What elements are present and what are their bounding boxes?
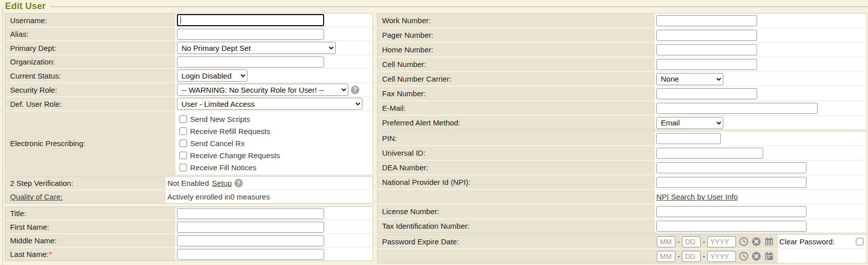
fax-number-input[interactable] xyxy=(656,88,757,99)
checkbox-label: Receive Refill Requests xyxy=(190,127,270,136)
alert-method-select[interactable]: Email xyxy=(656,117,723,129)
table-row: Title: xyxy=(6,207,373,220)
first-name-input[interactable] xyxy=(177,222,324,233)
text-caret xyxy=(180,17,181,24)
home-number-label: Home Number: xyxy=(378,43,655,56)
tax-id-label: Tax Identification Number: xyxy=(378,219,655,233)
alert-method-label: Preferred Alert Method: xyxy=(378,116,655,129)
calendar-icon[interactable] xyxy=(764,251,774,261)
universal-id-input[interactable] xyxy=(656,148,763,159)
send-cancel-rx-checkbox[interactable] xyxy=(179,140,187,147)
checkbox-option: Receive Fill Notices xyxy=(178,161,280,173)
calendar-icon[interactable] xyxy=(764,237,774,246)
npi-input[interactable] xyxy=(656,177,807,188)
alias-input[interactable] xyxy=(177,29,324,40)
primary-dept-label: Primary Dept: xyxy=(6,41,175,54)
universal-id-label: Universal ID: xyxy=(378,146,655,160)
help-icon[interactable]: ? xyxy=(234,179,243,187)
table-row: Home Number: xyxy=(378,43,866,56)
security-role-select[interactable]: -- WARNING: No Security Role for User! -… xyxy=(177,84,348,96)
license-number-input[interactable] xyxy=(656,206,807,217)
npi-label: National Provider Id (NPI): xyxy=(378,175,655,189)
month-input[interactable] xyxy=(657,236,675,247)
table-row: Security Role: -- WARNING: No Security R… xyxy=(6,83,373,96)
tax-id-input[interactable] xyxy=(656,221,807,232)
quality-of-care-value: Actively enrolled in0 measures xyxy=(167,192,270,201)
email-label: E-Mail: xyxy=(378,101,655,115)
two-step-label: 2 Step Verification: xyxy=(6,177,166,189)
title-label: Title: xyxy=(6,207,175,220)
last-name-input[interactable] xyxy=(177,249,324,260)
quality-of-care-link[interactable]: Quality of Care: xyxy=(10,192,63,201)
required-asterisk: * xyxy=(49,250,52,258)
npi-search-link[interactable]: NPI Search by User Info xyxy=(656,192,738,201)
clear-date-icon[interactable] xyxy=(752,251,761,261)
year-input[interactable] xyxy=(707,236,736,247)
table-row: Pager Number: xyxy=(378,28,866,42)
table-row: Current Status: Login Disabled xyxy=(6,69,373,82)
clear-date-icon[interactable] xyxy=(752,237,761,246)
table-row: National Provider Id (NPI): xyxy=(378,175,866,189)
send-new-scripts-checkbox[interactable] xyxy=(179,115,187,123)
clock-icon[interactable] xyxy=(739,251,749,261)
table-row: Universal ID: xyxy=(378,146,866,160)
table-row: Work Number: xyxy=(378,14,866,27)
work-number-input[interactable] xyxy=(656,15,757,26)
email-input[interactable] xyxy=(656,103,818,114)
verification-table: 2 Step Verification: Not Enabled Setup ?… xyxy=(5,176,373,204)
table-row: E-Mail: xyxy=(378,101,866,115)
legend-rule xyxy=(50,7,868,7)
table-row: Primary Dept: No Primary Dept Set xyxy=(6,41,373,54)
fieldset-left-border xyxy=(3,7,3,265)
contact-table: Work Number: Pager Number: Home Number: … xyxy=(377,13,867,130)
day-input[interactable] xyxy=(682,236,701,247)
setup-link[interactable]: Setup xyxy=(212,179,232,187)
middle-name-label: Middle Name: xyxy=(6,234,175,247)
receive-fill-notices-checkbox[interactable] xyxy=(179,164,187,171)
table-row: Fax Number: xyxy=(378,87,866,100)
username-input[interactable] xyxy=(177,14,324,26)
organization-input[interactable] xyxy=(177,56,324,68)
name-table: Title: First Name: Middle Name: Last Nam… xyxy=(5,207,373,261)
receive-change-requests-checkbox[interactable] xyxy=(179,152,187,159)
password-table: Password Expire Date: - - xyxy=(377,234,867,263)
table-row: 2 Step Verification: Not Enabled Setup ? xyxy=(6,177,373,189)
checkbox-label: Receive Fill Notices xyxy=(190,163,257,172)
current-status-select[interactable]: Login Disabled xyxy=(177,70,247,82)
identifiers-table: PIN: Universal ID: DEA Number: National … xyxy=(377,131,867,233)
receive-refill-requests-checkbox[interactable] xyxy=(179,127,187,135)
def-user-role-select[interactable]: User - Limited Access xyxy=(177,98,362,110)
table-row: - - xyxy=(378,249,866,263)
table-row: Cell Number Carrier: None xyxy=(378,72,866,86)
header: Edit User xyxy=(0,0,868,12)
checkbox-option: Receive Change Requests xyxy=(178,149,280,161)
checkbox-option: Receive Refill Requests xyxy=(178,125,280,137)
year-input[interactable] xyxy=(707,251,736,262)
middle-name-input[interactable] xyxy=(177,235,324,246)
table-row: Electronic Prescribing: Send New Scripts… xyxy=(6,111,373,175)
title-input[interactable] xyxy=(177,208,324,219)
clock-icon[interactable] xyxy=(739,237,749,246)
table-row: Username: xyxy=(6,14,373,27)
table-row: Def. User Role: User - Limited Access xyxy=(6,97,373,110)
home-number-input[interactable] xyxy=(656,44,757,55)
cell-number-input[interactable] xyxy=(656,59,757,70)
pin-input[interactable] xyxy=(656,133,721,144)
cell-carrier-select[interactable]: None xyxy=(656,73,723,85)
work-number-label: Work Number: xyxy=(378,14,655,27)
account-table: Username: Alias: Primary Dept: No Primar… xyxy=(5,13,373,175)
primary-dept-select[interactable]: No Primary Dept Set xyxy=(177,42,336,54)
month-input[interactable] xyxy=(657,251,675,262)
left-column: Username: Alias: Primary Dept: No Primar… xyxy=(5,13,373,261)
help-icon[interactable]: ? xyxy=(351,86,359,94)
clear-password-checkbox[interactable] xyxy=(856,238,863,245)
checkbox-option: Send New Scripts xyxy=(178,113,280,125)
dea-number-input[interactable] xyxy=(656,162,807,173)
password-expire-date-widget: - - xyxy=(655,235,778,248)
cell-carrier-label: Cell Number Carrier: xyxy=(378,72,655,86)
table-row: NPI Search by User Info xyxy=(378,190,866,204)
right-column: Work Number: Pager Number: Home Number: … xyxy=(377,13,867,263)
pager-number-input[interactable] xyxy=(656,30,757,41)
empty-label xyxy=(378,249,655,263)
day-input[interactable] xyxy=(682,251,701,262)
